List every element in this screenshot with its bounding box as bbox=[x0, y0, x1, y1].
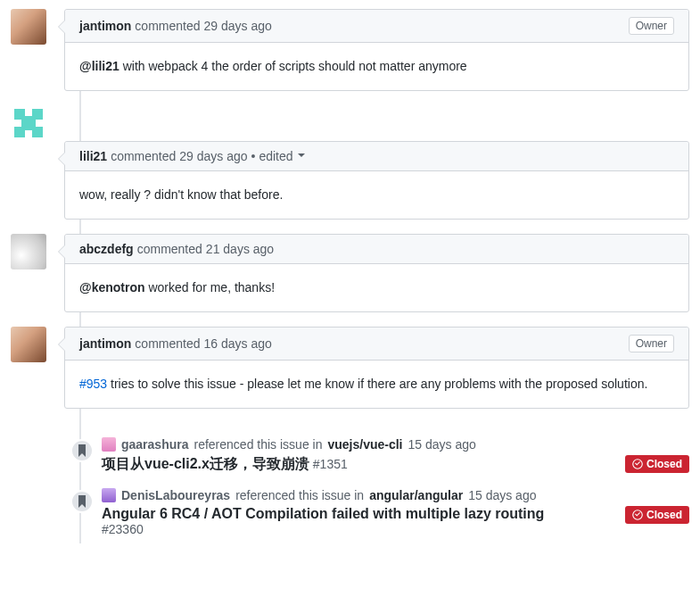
comment-header: jantimon commented 29 days ago Owner bbox=[65, 10, 688, 43]
comment-text: worked for me, thanks! bbox=[145, 280, 276, 294]
bookmark-icon bbox=[70, 490, 94, 513]
comment-item: abczdefg commented 21 days ago @kenotron… bbox=[64, 234, 689, 327]
comment-timestamp[interactable]: 16 days ago bbox=[204, 336, 272, 351]
comment-item: jantimon commented 29 days ago Owner @li… bbox=[64, 9, 689, 105]
comment-text: wow, really ? didn't know that before. bbox=[79, 187, 283, 202]
owner-badge: Owner bbox=[629, 335, 674, 352]
comment-box: jantimon commented 29 days ago Owner @li… bbox=[64, 9, 689, 91]
comment-box: abczdefg commented 21 days ago @kenotron… bbox=[64, 234, 689, 312]
reference-author[interactable]: DenisLaboureyras bbox=[121, 488, 230, 502]
comment-action: commented bbox=[137, 242, 202, 256]
avatar[interactable] bbox=[11, 105, 46, 141]
comment-action: commented bbox=[111, 149, 176, 163]
reference-repo[interactable]: angular/angular bbox=[369, 488, 463, 502]
comment-timestamp[interactable]: 29 days ago bbox=[204, 19, 272, 33]
avatar[interactable] bbox=[11, 234, 46, 269]
issue-closed-icon bbox=[632, 459, 643, 469]
reference-number: #23360 bbox=[102, 522, 144, 536]
state-badge-closed: Closed bbox=[625, 455, 689, 473]
reference-timestamp[interactable]: 15 days ago bbox=[408, 437, 476, 452]
avatar[interactable] bbox=[102, 437, 116, 452]
comment-body: @lili21 with webpack 4 the order of scri… bbox=[65, 43, 688, 90]
comment-author[interactable]: jantimon bbox=[79, 336, 131, 351]
owner-badge: Owner bbox=[629, 17, 674, 35]
edited-label[interactable]: • edited bbox=[251, 149, 306, 163]
comment-body: @kenotron worked for me, thanks! bbox=[65, 264, 688, 311]
reference-author[interactable]: gaarashura bbox=[121, 437, 188, 452]
reference-number: #1351 bbox=[313, 457, 348, 471]
comment-item: lili21 commented 29 days ago • edited wo… bbox=[64, 105, 689, 234]
chevron-down-icon bbox=[298, 153, 305, 161]
reference-action: referenced this issue in bbox=[194, 437, 322, 452]
reference-meta: DenisLaboureyras referenced this issue i… bbox=[102, 488, 689, 502]
comment-author[interactable]: lili21 bbox=[79, 149, 107, 163]
comment-author[interactable]: jantimon bbox=[79, 19, 131, 33]
comment-action: commented bbox=[135, 19, 200, 33]
reference-title[interactable]: 项目从vue-cli2.x迁移，导致崩溃 bbox=[102, 456, 309, 471]
comment-header: jantimon commented 16 days ago Owner bbox=[65, 328, 688, 361]
issue-link[interactable]: #953 bbox=[79, 377, 107, 391]
comment-text: tries to solve this issue - please let m… bbox=[107, 377, 647, 391]
comment-body: wow, really ? didn't know that before. bbox=[65, 171, 688, 219]
comment-author[interactable]: abczdefg bbox=[79, 242, 134, 256]
reference-action: referenced this issue in bbox=[235, 488, 364, 502]
comment-action: commented bbox=[135, 336, 200, 351]
cross-reference-item: gaarashura referenced this issue in vuej… bbox=[64, 423, 689, 474]
timeline: jantimon commented 29 days ago Owner @li… bbox=[11, 9, 689, 543]
comment-body: #953 tries to solve this issue - please … bbox=[65, 361, 688, 408]
comment-box: lili21 commented 29 days ago • edited wo… bbox=[64, 141, 689, 220]
comment-header: abczdefg commented 21 days ago bbox=[65, 235, 688, 264]
cross-reference-item: DenisLaboureyras referenced this issue i… bbox=[64, 474, 689, 543]
bookmark-icon bbox=[70, 439, 94, 462]
comment-timestamp[interactable]: 21 days ago bbox=[206, 242, 274, 256]
reference-repo[interactable]: vuejs/vue-cli bbox=[327, 437, 402, 452]
state-badge-closed: Closed bbox=[625, 506, 689, 524]
reference-title[interactable]: Angular 6 RC4 / AOT Compilation failed w… bbox=[102, 506, 544, 521]
user-mention[interactable]: @kenotron bbox=[79, 280, 145, 294]
reference-timestamp[interactable]: 15 days ago bbox=[468, 488, 536, 502]
issue-closed-icon bbox=[632, 510, 643, 520]
comment-item: jantimon commented 16 days ago Owner #95… bbox=[64, 327, 689, 423]
comment-timestamp[interactable]: 29 days ago bbox=[179, 149, 247, 163]
comment-text: with webpack 4 the order of scripts shou… bbox=[119, 59, 467, 73]
avatar[interactable] bbox=[11, 9, 46, 45]
avatar[interactable] bbox=[102, 488, 116, 502]
avatar[interactable] bbox=[11, 327, 46, 362]
comment-header: lili21 commented 29 days ago • edited bbox=[65, 142, 688, 171]
comment-box: jantimon commented 16 days ago Owner #95… bbox=[64, 327, 689, 409]
user-mention[interactable]: @lili21 bbox=[79, 59, 119, 73]
reference-meta: gaarashura referenced this issue in vuej… bbox=[102, 437, 689, 452]
